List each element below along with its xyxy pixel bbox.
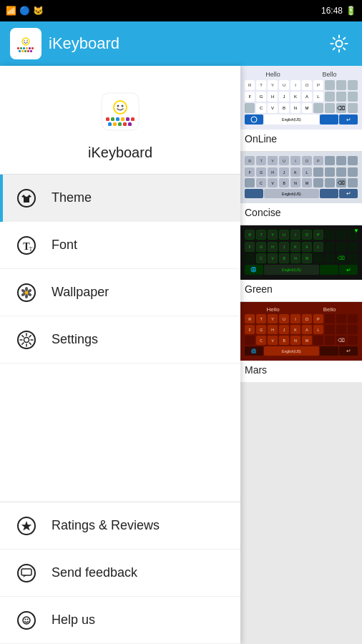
svg-rect-8 xyxy=(29,47,31,49)
theme-label: Theme xyxy=(52,190,92,205)
svg-rect-21 xyxy=(111,117,114,121)
svg-rect-22 xyxy=(116,117,119,121)
preview-green[interactable]: ▼ R T Y U I O P F G H J xyxy=(240,225,362,280)
nav-item-settings[interactable]: Settings xyxy=(0,316,240,364)
app-bar: iKeyboard xyxy=(0,21,362,66)
svg-rect-23 xyxy=(121,117,124,121)
svg-rect-7 xyxy=(26,47,28,49)
nav-bottom: Ratings & Reviews Send feedback xyxy=(0,502,240,644)
svg-text:T: T xyxy=(29,246,33,253)
svg-rect-47 xyxy=(21,569,31,575)
nav-item-theme[interactable]: Theme xyxy=(0,175,240,222)
app-bar-left: iKeyboard xyxy=(10,28,119,59)
main-content: iKeyboard Theme xyxy=(0,66,362,644)
ratings-label: Ratings & Reviews xyxy=(52,518,160,533)
svg-point-44 xyxy=(24,337,29,342)
svg-point-3 xyxy=(26,40,28,42)
svg-rect-6 xyxy=(23,47,25,49)
svg-rect-26 xyxy=(108,122,112,126)
profile-name: iKeyboard xyxy=(88,145,152,161)
svg-rect-5 xyxy=(20,47,22,49)
svg-point-37 xyxy=(25,287,28,291)
signal-icon: 📶 xyxy=(6,6,16,16)
status-bar: 📶 🔵 🐱 16:48 🔋 xyxy=(0,0,362,21)
profile-section: iKeyboard xyxy=(0,66,240,175)
svg-point-51 xyxy=(27,618,29,620)
nav-item-help[interactable]: Help us xyxy=(0,597,240,644)
svg-rect-30 xyxy=(128,122,132,126)
svg-point-46 xyxy=(18,565,35,582)
svg-rect-20 xyxy=(106,117,109,121)
svg-rect-24 xyxy=(126,117,129,121)
time-display: 16:48 xyxy=(321,6,343,16)
wifi-icon: 🔵 xyxy=(19,6,30,16)
svg-point-52 xyxy=(251,117,257,122)
svg-rect-11 xyxy=(21,50,24,52)
battery-icon: 🔋 xyxy=(346,6,356,16)
settings-button[interactable] xyxy=(326,31,352,57)
svg-rect-12 xyxy=(24,50,26,52)
font-label: Font xyxy=(52,238,77,253)
svg-rect-4 xyxy=(17,47,19,49)
preview-concise[interactable]: R T Y U I O P F G H J K L xyxy=(240,151,362,203)
settings-label: Settings xyxy=(52,332,98,347)
ratings-icon xyxy=(14,514,39,538)
font-icon: T T xyxy=(14,233,39,258)
svg-rect-10 xyxy=(19,50,21,52)
nav-item-wallpaper[interactable]: Wallpaper xyxy=(0,269,240,316)
app-logo xyxy=(10,28,41,59)
app-title: iKeyboard xyxy=(49,34,119,53)
concise-label: Concise xyxy=(240,203,362,225)
nav-item-font[interactable]: T T Font xyxy=(0,222,240,269)
svg-rect-9 xyxy=(31,47,34,49)
nav-item-ratings[interactable]: Ratings & Reviews xyxy=(0,502,240,550)
help-icon xyxy=(14,608,39,633)
online-label: OnLine xyxy=(240,130,362,151)
notification-icons: 🐱 xyxy=(33,6,44,16)
active-indicator xyxy=(0,175,3,222)
svg-rect-13 xyxy=(27,50,29,52)
svg-point-40 xyxy=(25,294,28,298)
svg-point-50 xyxy=(25,618,26,620)
nav-items: Theme T T Font xyxy=(0,175,240,502)
wallpaper-icon xyxy=(14,280,39,305)
svg-rect-29 xyxy=(123,122,127,126)
wallpaper-label: Wallpaper xyxy=(52,285,109,300)
right-panel: Hello Bello R T Y U I O P F xyxy=(240,66,362,644)
preview-online[interactable]: Hello Bello R T Y U I O P F xyxy=(240,66,362,130)
feedback-icon xyxy=(14,561,39,585)
feedback-label: Send feedback xyxy=(52,565,137,580)
svg-rect-28 xyxy=(118,122,122,126)
svg-point-18 xyxy=(117,105,119,107)
profile-icon xyxy=(94,86,146,137)
status-right: 16:48 🔋 xyxy=(321,6,356,16)
status-left: 📶 🔵 🐱 xyxy=(6,6,44,16)
svg-point-19 xyxy=(122,105,124,107)
help-label: Help us xyxy=(52,613,95,628)
settings-nav-icon xyxy=(14,328,39,352)
svg-rect-27 xyxy=(113,122,117,126)
svg-rect-14 xyxy=(30,50,32,52)
svg-point-15 xyxy=(336,41,343,47)
nav-panel: iKeyboard Theme xyxy=(0,66,240,644)
preview-mars[interactable]: Hello Bello R T Y U I O P F G xyxy=(240,301,362,361)
nav-item-feedback[interactable]: Send feedback xyxy=(0,550,240,597)
svg-point-48 xyxy=(18,612,35,629)
theme-icon xyxy=(14,186,39,210)
svg-rect-25 xyxy=(131,117,134,121)
green-label: Green xyxy=(240,280,362,301)
svg-point-2 xyxy=(24,40,25,42)
mars-label: Mars xyxy=(240,361,362,382)
